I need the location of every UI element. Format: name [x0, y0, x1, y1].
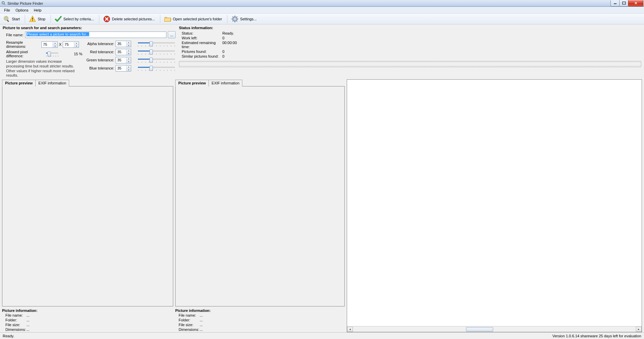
resample-height-spinner[interactable]: ▴▾: [63, 41, 79, 48]
svg-rect-3: [614, 3, 617, 4]
menu-help[interactable]: Help: [32, 7, 44, 13]
folder-icon: [164, 15, 172, 23]
svg-rect-11: [32, 18, 33, 20]
pictures-found-value: 0: [222, 49, 224, 54]
picinfo-filename-value: ...: [200, 313, 203, 317]
menu-file[interactable]: File: [2, 7, 12, 13]
warning-icon: [29, 15, 36, 23]
picinfo-filename-value: ...: [26, 313, 29, 317]
svg-line-24: [233, 21, 233, 21]
status-label: Status:: [182, 31, 222, 35]
upper-panels: Picture to search for and search paramet…: [0, 24, 644, 78]
picinfo-dimensions-value: ...: [200, 327, 203, 332]
filename-row: File name: Please select a picture to se…: [3, 31, 176, 38]
browse-label: ...: [170, 33, 173, 37]
svg-line-1: [4, 3, 5, 5]
similar-found-value: 0: [222, 54, 224, 58]
left-picture-block: Picture preview EXIF information Picture…: [2, 79, 173, 332]
status-value: Ready.: [222, 31, 234, 35]
stop-button[interactable]: Stop: [27, 14, 48, 24]
tab-picture-preview-left[interactable]: Picture preview: [2, 80, 36, 86]
svg-line-22: [233, 17, 233, 17]
browse-button[interactable]: ...: [168, 31, 176, 38]
picinfo-filesize-value: ...: [200, 323, 203, 327]
svg-line-25: [237, 17, 237, 17]
svg-rect-9: [7, 20, 9, 22]
red-slider[interactable]: [137, 49, 176, 55]
alpha-label: Alpha tolerance:: [86, 42, 114, 46]
window-controls: [611, 0, 643, 6]
alpha-spinner[interactable]: ▴▾: [116, 41, 131, 47]
x-separator: X: [59, 42, 61, 46]
alpha-slider[interactable]: [137, 41, 176, 47]
eta-label: Estimated remaining time:: [182, 41, 222, 49]
alpha-input[interactable]: [116, 41, 126, 47]
delete-icon: [103, 15, 110, 23]
param-grid: Resample dimensions: ▴▾ X ▴▾ Allowed pix…: [3, 40, 176, 78]
start-button[interactable]: Start: [1, 14, 23, 24]
minimize-button[interactable]: [610, 0, 620, 6]
resample-width-input[interactable]: [42, 42, 53, 47]
close-button[interactable]: [628, 0, 643, 6]
delete-label: Delete selected pictures...: [112, 17, 155, 21]
picinfo-filename-label: File name:: [5, 313, 26, 317]
filename-input[interactable]: Please select a picture to search for...: [25, 32, 166, 38]
middle-picture-block: Picture preview EXIF information Picture…: [175, 79, 345, 332]
red-input[interactable]: [116, 49, 126, 55]
maximize-button[interactable]: [619, 0, 628, 6]
toolbar-separator: [227, 15, 227, 23]
svg-rect-4: [622, 2, 625, 4]
work-left-value: 0: [222, 36, 224, 40]
resample-height-input[interactable]: [63, 42, 74, 47]
delete-button[interactable]: Delete selected pictures...: [101, 14, 158, 24]
picinfo-filesize-value: ...: [26, 323, 29, 327]
tab-exif-middle[interactable]: EXIF information: [208, 80, 242, 86]
settings-button[interactable]: Settings...: [229, 14, 260, 24]
status-panel: Status information: Status:Ready. Work l…: [179, 24, 641, 78]
gear-icon: [231, 15, 239, 23]
pixel-diff-slider[interactable]: [45, 51, 59, 57]
work-left-label: Work left:: [182, 36, 222, 40]
middle-picture-info: Picture information: File name:... Folde…: [175, 306, 345, 332]
select-criteria-label: Select by criteria...: [63, 17, 94, 21]
title-bar: Similar Picture Finder: [0, 0, 644, 7]
pixel-diff-value: 15 %: [74, 52, 82, 56]
results-hscrollbar[interactable]: ◄ ►: [347, 326, 642, 332]
blue-slider[interactable]: [137, 65, 176, 72]
similar-found-label: Similar pictures found:: [182, 54, 222, 58]
tab-exif-left[interactable]: EXIF information: [35, 80, 69, 86]
blue-spinner[interactable]: ▴▾: [116, 65, 131, 72]
filename-placeholder: Please select a picture to search for...: [26, 32, 89, 36]
left-picture-info: Picture information: File name:... Folde…: [2, 306, 173, 332]
red-spinner[interactable]: ▴▾: [116, 49, 131, 55]
blue-label: Blue tolerance:: [86, 66, 114, 70]
picinfo-folder-label: Folder:: [5, 318, 26, 322]
green-spinner[interactable]: ▴▾: [116, 57, 131, 63]
resample-label: Resample dimensions:: [6, 40, 40, 48]
progress-bar: [179, 61, 641, 67]
results-list-area[interactable]: [347, 80, 642, 326]
scroll-thumb[interactable]: [466, 327, 493, 332]
scroll-right-button[interactable]: ►: [636, 327, 642, 332]
green-input[interactable]: [116, 57, 126, 63]
blue-input[interactable]: [116, 65, 126, 71]
picinfo-dimensions-label: Dimensions:: [179, 327, 200, 332]
resample-width-spinner[interactable]: ▴▾: [41, 41, 58, 48]
toolbar: Start Stop Select by criteria... Delete …: [0, 14, 644, 24]
scroll-left-button[interactable]: ◄: [347, 327, 353, 332]
left-preview-area: [2, 86, 173, 306]
open-folder-button[interactable]: Open selected picture's folder: [162, 14, 225, 24]
filename-label: File name:: [6, 33, 24, 37]
search-icon: [3, 15, 11, 23]
scroll-track[interactable]: [353, 327, 636, 332]
menu-options[interactable]: Options: [14, 7, 31, 13]
green-slider[interactable]: [137, 57, 176, 63]
pictures-found-label: Pictures found:: [182, 49, 222, 54]
picinfo-filesize-label: File size:: [5, 323, 26, 327]
pixel-diff-label: Allowed pixel difference:: [6, 50, 44, 58]
menu-bar: File Options Help: [0, 7, 644, 14]
select-criteria-button[interactable]: Select by criteria...: [53, 14, 97, 24]
picinfo-dimensions-value: ...: [26, 327, 29, 332]
tab-picture-preview-middle[interactable]: Picture preview: [175, 80, 209, 86]
picinfo-folder-value: ...: [26, 318, 29, 322]
